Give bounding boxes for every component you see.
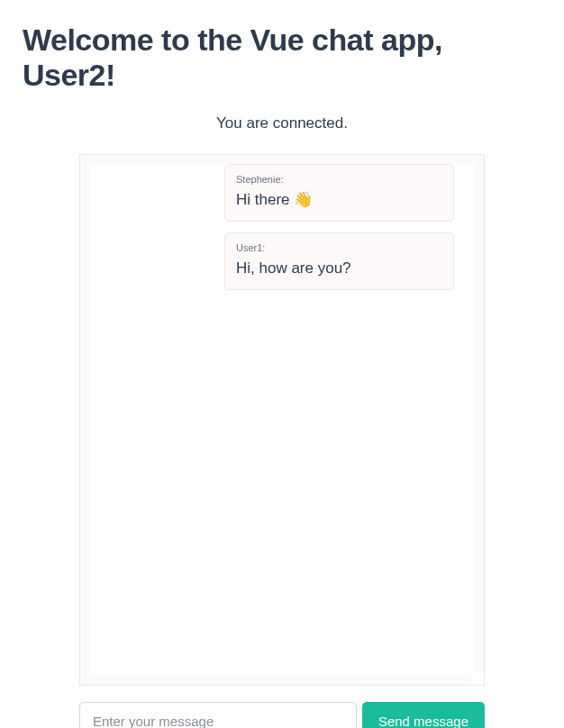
page-title: Welcome to the Vue chat app, User2! bbox=[23, 23, 541, 93]
chat-container: Stephenie: Hi there 👋 User1: Hi, how are… bbox=[79, 154, 485, 728]
chat-messages: Stephenie: Hi there 👋 User1: Hi, how are… bbox=[89, 164, 475, 676]
send-button[interactable]: Send message bbox=[362, 702, 485, 728]
message-text: Hi, how are you? bbox=[236, 259, 442, 278]
message-card: User1: Hi, how are you? bbox=[224, 232, 454, 290]
message-input[interactable] bbox=[79, 702, 357, 728]
input-row: Send message bbox=[79, 702, 485, 728]
message-sender: User1: bbox=[236, 242, 442, 253]
message-sender: Stephenie: bbox=[236, 174, 442, 185]
chat-box: Stephenie: Hi there 👋 User1: Hi, how are… bbox=[79, 154, 485, 686]
message-text: Hi there 👋 bbox=[236, 190, 442, 210]
connection-status: You are connected. bbox=[23, 114, 541, 132]
scrollbar-corner bbox=[471, 672, 484, 685]
message-card: Stephenie: Hi there 👋 bbox=[224, 164, 454, 222]
